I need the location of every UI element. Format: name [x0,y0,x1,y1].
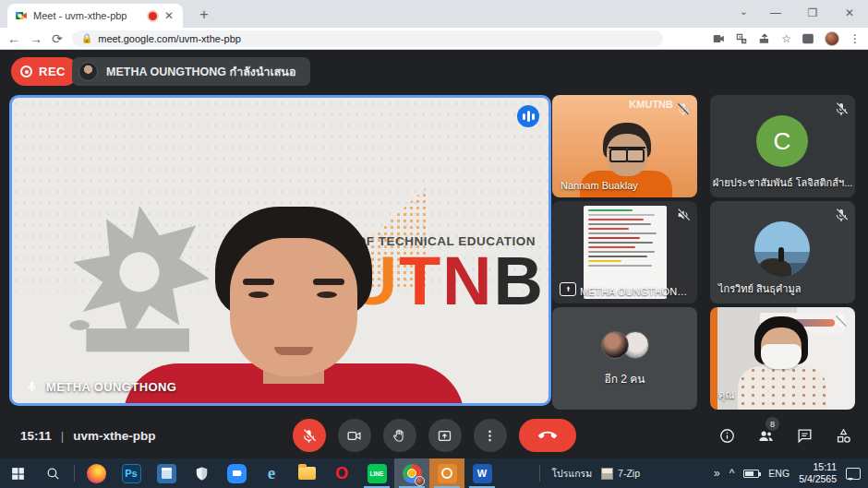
tab-recording-indicator-icon [149,12,157,20]
sevenzip-icon [601,468,613,480]
mic-off-icon [676,101,691,116]
close-button[interactable]: ✕ [831,6,868,19]
overflow-count-label: อีก 2 คน [552,370,697,387]
kmutnb-watermark: KMUTNB [629,99,673,110]
participant-tile-kraiwit[interactable]: ไกรวิทย์ สินธุคำมูล [710,201,855,304]
mic-on-icon [25,380,39,394]
taskbar-clock[interactable]: 15:11 5/4/2565 [799,461,837,485]
meet-stage: REC METHA OUNGTHONG กำลังนำเสนอ FACULTY … [0,50,868,458]
avatar-letter: C [774,127,791,156]
forward-icon[interactable]: → [30,32,42,45]
taskbar-divider [74,465,75,482]
sevenzip-label: 7-Zip [618,468,640,479]
program-toolbar-label[interactable]: โปรแกรม [551,466,592,482]
sevenzip-toolbar[interactable]: 7-Zip [601,468,640,480]
clock-date: 5/4/2565 [799,473,837,485]
participant-name: METHA OUNGTHONG... [580,286,691,297]
self-label: คุณ [718,387,735,403]
presenting-banner: METHA OUNGTHONG กำลังนำเสนอ [72,57,310,86]
raise-hand-button[interactable] [383,419,416,452]
main-video-tile[interactable]: FACULTY OF TECHNICAL EDUCATION MUTNB MET… [9,95,551,406]
windows-taskbar: Ps e O LINE W โปรแกรม 7-Zip » ^ ENG 15:1… [0,458,868,488]
tab-title: Meet - uvm-xthe-pbp [33,10,143,21]
reload-icon[interactable]: ⟳ [52,32,63,45]
leave-call-button[interactable] [519,419,576,452]
participant-tile-pr-dept[interactable]: C ฝ่ายประชาสัมพันธ์ โลจิสติกส์ฯ... [710,95,855,197]
language-indicator[interactable]: ENG [768,468,790,479]
taskbar-zoom-icon[interactable] [219,458,254,488]
maximize-button[interactable]: ❐ [794,6,831,19]
side-panel-icon[interactable] [802,32,814,45]
profile-avatar[interactable] [825,31,839,46]
mic-off-icon [834,314,849,328]
self-view-tile[interactable]: คุณ [710,307,855,410]
tab-search-icon[interactable]: ⌄ [740,6,748,18]
taskbar-defender-icon[interactable] [184,458,219,488]
mic-off-icon [834,208,849,222]
taskbar-search-button[interactable] [35,458,70,488]
taskbar-recorder-icon[interactable] [429,458,464,488]
window-controls: — ❐ ✕ [757,0,868,26]
meeting-details-button[interactable] [717,425,737,446]
activities-button[interactable] [833,425,853,446]
minimize-button[interactable]: — [757,6,794,19]
meeting-panels: 8 [717,412,853,458]
browser-tab[interactable]: Meet - uvm-xthe-pbp ✕ [7,4,183,28]
rec-dot-icon [20,65,32,77]
participants-button[interactable]: 8 [755,425,776,446]
participant-name: ฝ่ายประชาสัมพันธ์ โลจิสติกส์ฯ... [710,174,855,191]
stacked-avatars [552,331,697,359]
tab-close-icon[interactable]: ✕ [163,9,175,22]
main-tile-name: METHA OUNGTHONG [46,380,176,394]
bookmark-star-icon[interactable]: ☆ [781,32,791,45]
participant-tile-nannam[interactable]: KMUTNB Nannam Buaklay [552,95,697,197]
presenting-indicator-icon [560,282,576,296]
taskbar-file-explorer-icon[interactable] [289,458,324,488]
toolbar-right: あA ☆ ⋮ [712,31,861,46]
photo-avatar [754,221,810,277]
tray-divider [539,465,540,482]
taskbar-photoshop-icon[interactable]: Ps [114,458,149,488]
new-tab-button[interactable]: + [194,6,214,23]
taskbar-calculator-icon[interactable] [149,458,184,488]
taskbar-word-icon[interactable]: W [464,458,500,488]
clock-time: 15:11 [799,461,837,473]
browser-menu-icon[interactable]: ⋮ [850,32,861,45]
battery-icon[interactable] [743,470,759,478]
taskbar-ie-icon[interactable]: e [254,458,289,488]
url-text: meet.google.com/uvm-xthe-pbp [98,33,241,44]
camera-allowed-icon[interactable] [712,32,725,45]
overflow-participants-tile[interactable]: อีก 2 คน [552,307,697,410]
action-center-icon[interactable] [846,468,861,480]
participant-name: Nannam Buaklay [561,180,638,191]
svg-text:A: A [742,39,745,43]
share-icon[interactable] [758,32,771,45]
toolbar-overflow-chevron[interactable]: » [714,467,720,480]
taskbar-firefox-icon[interactable] [78,458,114,488]
more-options-button[interactable] [474,419,507,452]
audio-off-icon [676,208,691,222]
camera-toggle-button[interactable] [338,419,371,452]
present-screen-button[interactable] [428,419,462,452]
address-bar[interactable]: 🔒 meet.google.com/uvm-xthe-pbp [72,30,663,47]
presentation-tile[interactable]: METHA OUNGTHONG... [552,201,697,304]
audio-level-indicator-icon [517,105,539,127]
lock-icon: 🔒 [81,33,92,43]
taskbar-line-icon[interactable]: LINE [359,458,394,488]
browser-toolbar: ← → ⟳ 🔒 meet.google.com/uvm-xthe-pbp あA … [0,28,868,50]
taskbar-chrome-icon[interactable] [394,458,429,488]
taskbar-opera-icon[interactable]: O [324,458,359,488]
recording-badge: REC [11,57,78,86]
shared-document-thumbnail [584,206,667,299]
mic-off-icon [834,101,849,116]
mic-toggle-button[interactable] [293,419,326,452]
tray-expand-icon[interactable]: ^ [729,467,735,480]
back-icon[interactable]: ← [7,32,20,45]
meet-favicon-icon [15,9,28,22]
translate-icon[interactable]: あA [735,32,748,45]
chat-button[interactable] [794,425,814,446]
rec-label: REC [39,65,66,78]
start-button[interactable] [0,458,35,488]
participants-count-badge: 8 [766,417,779,431]
logo-letter: B [494,243,545,319]
